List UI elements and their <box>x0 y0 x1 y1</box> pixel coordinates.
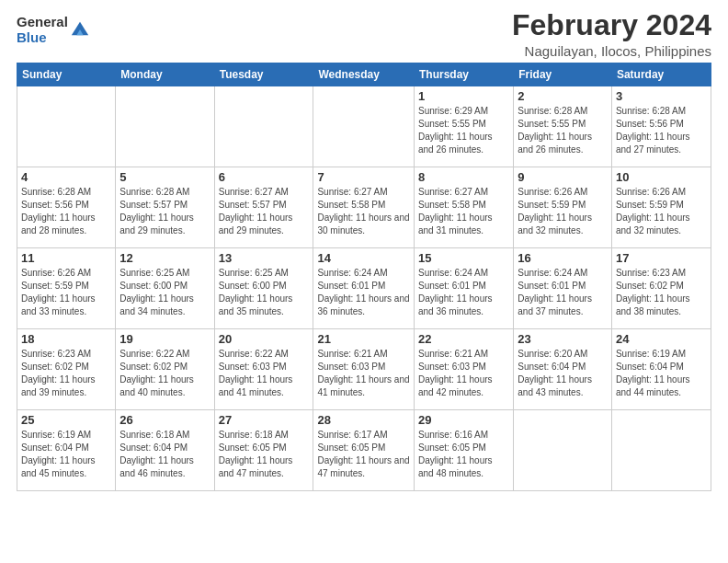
day-number: 17 <box>616 251 707 265</box>
day-info: Sunrise: 6:22 AM Sunset: 6:02 PM Dayligh… <box>119 348 210 399</box>
header: General Blue February 2024 Naguilayan, I… <box>17 9 711 59</box>
col-monday: Monday <box>116 63 214 86</box>
calendar-cell: 25Sunrise: 6:19 AM Sunset: 6:04 PM Dayli… <box>17 410 116 491</box>
calendar-cell <box>611 410 711 491</box>
day-number: 4 <box>21 170 111 184</box>
day-number: 29 <box>418 413 509 427</box>
day-info: Sunrise: 6:29 AM Sunset: 5:55 PM Dayligh… <box>418 105 509 156</box>
day-info: Sunrise: 6:19 AM Sunset: 6:04 PM Dayligh… <box>21 429 111 480</box>
day-number: 18 <box>21 332 111 346</box>
calendar-cell: 3Sunrise: 6:28 AM Sunset: 5:56 PM Daylig… <box>611 86 711 167</box>
col-friday: Friday <box>514 63 612 86</box>
day-number: 22 <box>418 332 509 346</box>
day-number: 1 <box>418 89 509 103</box>
day-info: Sunrise: 6:26 AM Sunset: 5:59 PM Dayligh… <box>518 186 608 237</box>
calendar-cell <box>17 86 116 167</box>
calendar-cell: 17Sunrise: 6:23 AM Sunset: 6:02 PM Dayli… <box>611 248 711 329</box>
week-row-2: 4Sunrise: 6:28 AM Sunset: 5:56 PM Daylig… <box>17 167 711 248</box>
calendar-cell: 22Sunrise: 6:21 AM Sunset: 6:03 PM Dayli… <box>414 329 513 410</box>
day-number: 19 <box>119 332 210 346</box>
calendar-cell: 23Sunrise: 6:20 AM Sunset: 6:04 PM Dayli… <box>514 329 612 410</box>
day-number: 25 <box>21 413 111 427</box>
day-number: 8 <box>418 170 509 184</box>
col-tuesday: Tuesday <box>214 63 313 86</box>
logo-blue: Blue <box>17 30 68 46</box>
calendar-cell: 24Sunrise: 6:19 AM Sunset: 6:04 PM Dayli… <box>611 329 711 410</box>
day-info: Sunrise: 6:27 AM Sunset: 5:58 PM Dayligh… <box>418 186 509 237</box>
day-number: 14 <box>317 251 410 265</box>
day-info: Sunrise: 6:16 AM Sunset: 6:05 PM Dayligh… <box>418 429 509 480</box>
calendar-table: Sunday Monday Tuesday Wednesday Thursday… <box>17 63 711 491</box>
calendar-cell: 26Sunrise: 6:18 AM Sunset: 6:04 PM Dayli… <box>116 410 214 491</box>
calendar-cell: 27Sunrise: 6:18 AM Sunset: 6:05 PM Dayli… <box>214 410 313 491</box>
day-number: 21 <box>317 332 410 346</box>
day-number: 10 <box>616 170 707 184</box>
calendar-cell <box>116 86 214 167</box>
calendar-cell: 13Sunrise: 6:25 AM Sunset: 6:00 PM Dayli… <box>214 248 313 329</box>
day-number: 12 <box>119 251 210 265</box>
calendar-cell: 4Sunrise: 6:28 AM Sunset: 5:56 PM Daylig… <box>17 167 116 248</box>
day-number: 5 <box>119 170 210 184</box>
day-info: Sunrise: 6:17 AM Sunset: 6:05 PM Dayligh… <box>317 429 410 480</box>
day-info: Sunrise: 6:27 AM Sunset: 5:58 PM Dayligh… <box>317 186 410 237</box>
calendar-cell: 14Sunrise: 6:24 AM Sunset: 6:01 PM Dayli… <box>313 248 415 329</box>
day-info: Sunrise: 6:22 AM Sunset: 6:03 PM Dayligh… <box>219 348 310 399</box>
day-info: Sunrise: 6:26 AM Sunset: 5:59 PM Dayligh… <box>616 186 707 237</box>
week-row-3: 11Sunrise: 6:26 AM Sunset: 5:59 PM Dayli… <box>17 248 711 329</box>
day-info: Sunrise: 6:25 AM Sunset: 6:00 PM Dayligh… <box>219 267 310 318</box>
calendar-cell: 19Sunrise: 6:22 AM Sunset: 6:02 PM Dayli… <box>116 329 214 410</box>
day-info: Sunrise: 6:27 AM Sunset: 5:57 PM Dayligh… <box>219 186 310 237</box>
calendar-cell: 8Sunrise: 6:27 AM Sunset: 5:58 PM Daylig… <box>414 167 513 248</box>
day-number: 3 <box>616 89 707 103</box>
calendar-cell: 20Sunrise: 6:22 AM Sunset: 6:03 PM Dayli… <box>214 329 313 410</box>
calendar-cell: 7Sunrise: 6:27 AM Sunset: 5:58 PM Daylig… <box>313 167 415 248</box>
calendar-cell: 6Sunrise: 6:27 AM Sunset: 5:57 PM Daylig… <box>214 167 313 248</box>
main-title: February 2024 <box>512 9 711 41</box>
day-info: Sunrise: 6:24 AM Sunset: 6:01 PM Dayligh… <box>418 267 509 318</box>
day-number: 6 <box>219 170 310 184</box>
calendar-cell: 2Sunrise: 6:28 AM Sunset: 5:55 PM Daylig… <box>514 86 612 167</box>
day-info: Sunrise: 6:19 AM Sunset: 6:04 PM Dayligh… <box>616 348 707 399</box>
day-number: 20 <box>219 332 310 346</box>
day-number: 15 <box>418 251 509 265</box>
title-block: February 2024 Naguilayan, Ilocos, Philip… <box>512 9 711 59</box>
calendar-cell: 1Sunrise: 6:29 AM Sunset: 5:55 PM Daylig… <box>414 86 513 167</box>
calendar-cell: 11Sunrise: 6:26 AM Sunset: 5:59 PM Dayli… <box>17 248 116 329</box>
calendar-cell: 28Sunrise: 6:17 AM Sunset: 6:05 PM Dayli… <box>313 410 415 491</box>
calendar-cell: 12Sunrise: 6:25 AM Sunset: 6:00 PM Dayli… <box>116 248 214 329</box>
day-number: 28 <box>317 413 410 427</box>
day-info: Sunrise: 6:28 AM Sunset: 5:57 PM Dayligh… <box>119 186 210 237</box>
day-info: Sunrise: 6:23 AM Sunset: 6:02 PM Dayligh… <box>616 267 707 318</box>
day-number: 27 <box>219 413 310 427</box>
day-number: 11 <box>21 251 111 265</box>
day-info: Sunrise: 6:28 AM Sunset: 5:55 PM Dayligh… <box>518 105 608 156</box>
calendar-cell <box>313 86 415 167</box>
logo-icon <box>70 18 90 39</box>
day-number: 23 <box>518 332 608 346</box>
calendar-cell: 29Sunrise: 6:16 AM Sunset: 6:05 PM Dayli… <box>414 410 513 491</box>
day-info: Sunrise: 6:21 AM Sunset: 6:03 PM Dayligh… <box>317 348 410 399</box>
calendar-cell: 18Sunrise: 6:23 AM Sunset: 6:02 PM Dayli… <box>17 329 116 410</box>
calendar-cell: 16Sunrise: 6:24 AM Sunset: 6:01 PM Dayli… <box>514 248 612 329</box>
calendar-cell <box>214 86 313 167</box>
day-info: Sunrise: 6:21 AM Sunset: 6:03 PM Dayligh… <box>418 348 509 399</box>
week-row-5: 25Sunrise: 6:19 AM Sunset: 6:04 PM Dayli… <box>17 410 711 491</box>
col-thursday: Thursday <box>414 63 513 86</box>
calendar-header-row: Sunday Monday Tuesday Wednesday Thursday… <box>17 63 711 86</box>
day-number: 2 <box>518 89 608 103</box>
day-info: Sunrise: 6:28 AM Sunset: 5:56 PM Dayligh… <box>616 105 707 156</box>
day-number: 7 <box>317 170 410 184</box>
day-info: Sunrise: 6:26 AM Sunset: 5:59 PM Dayligh… <box>21 267 111 318</box>
calendar-cell: 5Sunrise: 6:28 AM Sunset: 5:57 PM Daylig… <box>116 167 214 248</box>
logo-general: General <box>17 15 68 30</box>
day-number: 13 <box>219 251 310 265</box>
day-info: Sunrise: 6:24 AM Sunset: 6:01 PM Dayligh… <box>518 267 608 318</box>
day-info: Sunrise: 6:18 AM Sunset: 6:04 PM Dayligh… <box>119 429 210 480</box>
day-info: Sunrise: 6:18 AM Sunset: 6:05 PM Dayligh… <box>219 429 310 480</box>
page: General Blue February 2024 Naguilayan, I… <box>0 0 728 563</box>
calendar-cell: 21Sunrise: 6:21 AM Sunset: 6:03 PM Dayli… <box>313 329 415 410</box>
calendar-cell <box>514 410 612 491</box>
logo: General Blue <box>17 15 90 45</box>
day-info: Sunrise: 6:28 AM Sunset: 5:56 PM Dayligh… <box>21 186 111 237</box>
day-number: 24 <box>616 332 707 346</box>
